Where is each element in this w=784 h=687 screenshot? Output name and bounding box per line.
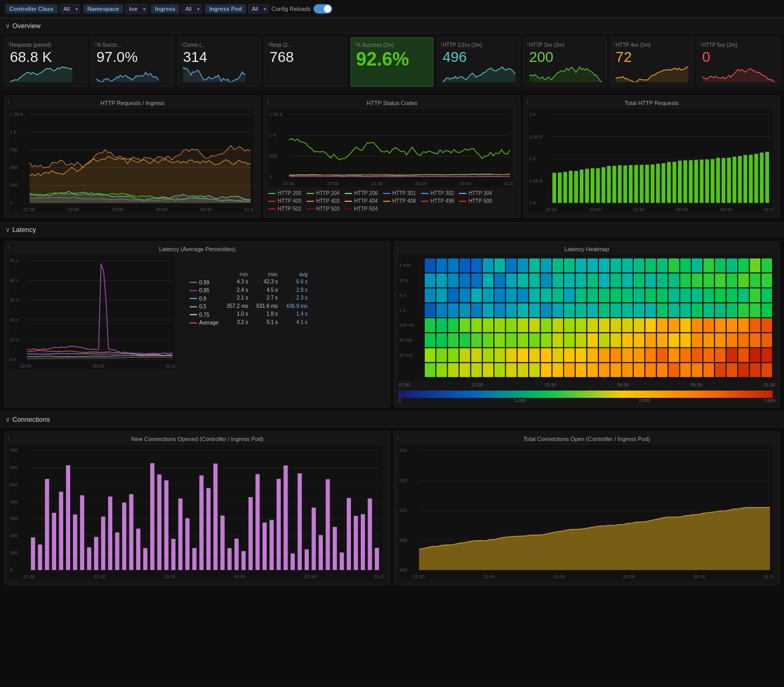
- latency-col-avg: avg: [282, 271, 311, 278]
- latency-row-0.5: 0.5 357.2 ms 631.6 ms 436.9 ms: [186, 302, 312, 310]
- stat-card-title-6: HTTP 3xx (2m): [529, 42, 601, 48]
- stat-info-icon-8: i: [700, 41, 701, 47]
- legend-item-http204: HTTP 204: [307, 190, 339, 196]
- legend-item-http200: HTTP 200: [268, 190, 301, 196]
- http-requests-ingress-title: HTTP Requests / Ingress: [9, 100, 256, 106]
- stat-card-value-1: 97.0%: [96, 50, 168, 64]
- legend-item-http403: HTTP 403: [307, 198, 339, 204]
- stat-card-http5xx: i HTTP 5xx (2m) 0: [697, 37, 780, 87]
- ingress-select-wrap: All: [181, 4, 202, 14]
- latency-chart: [9, 255, 175, 370]
- ingress-pod-label: Ingress Pod: [205, 4, 246, 14]
- latency-table: min max avg 0.99 4.3 s 42.3 s 6.6 s 0.95…: [186, 271, 312, 326]
- legend-item-http404: HTTP 404: [345, 198, 377, 204]
- connections-charts-grid: i New Connections Opened (Controller / I…: [0, 427, 784, 589]
- sparkline-5: [442, 67, 515, 82]
- stat-card-reqs: i Reqs (2... 768: [264, 37, 347, 87]
- stat-card-value-6: 200: [529, 50, 601, 64]
- new-connections-chart: [9, 445, 383, 580]
- latency-row-0.75: 0.75 1.0 s 1.8 s 1.4 s: [186, 310, 312, 318]
- chart-info-latency: i: [8, 245, 9, 251]
- legend-item-http206: HTTP 206: [345, 190, 377, 196]
- controller-class-select-wrap: All: [60, 4, 80, 14]
- latency-row-0.99: 0.99 4.3 s 42.3 s 6.6 s: [186, 278, 312, 286]
- stat-card-conns: i Conns (... 314: [177, 37, 260, 87]
- total-connections-chart: [398, 445, 773, 580]
- heatmap-colorbar-container: 01,0002,0002,869: [398, 391, 775, 403]
- stat-card-value-3: 768: [269, 50, 341, 64]
- legend-item-http301: HTTP 301: [383, 190, 416, 196]
- latency-col-max: max: [252, 271, 282, 278]
- config-reloads-label: Config Reloads: [271, 6, 310, 12]
- latency-percentiles-title: Latency (Average Percentiles): [9, 246, 386, 252]
- connections-section-header[interactable]: Connections: [0, 412, 784, 427]
- legend-item-http500: HTTP 500: [459, 198, 492, 204]
- legend-item-http502: HTTP 502: [268, 206, 301, 212]
- stat-card-http12xx: i HTTP 1/2xx (2m) 496: [437, 37, 520, 87]
- stat-card-title-8: HTTP 5xx (2m): [702, 42, 774, 48]
- latency-row-0.95: 0.95 2.4 s 4.5 s 2.8 s: [186, 286, 312, 294]
- stat-card-requests-period: i Requests (period) 68.8 K: [4, 37, 87, 87]
- chart-info-icon-2: i: [527, 99, 528, 105]
- chart-info-new-conns: i: [8, 435, 9, 440]
- chart-info-heatmap: i: [397, 245, 398, 251]
- ingress-label: Ingress: [151, 4, 179, 14]
- controller-class-label: Controller Class: [5, 4, 58, 14]
- stat-info-icon-7: i: [613, 41, 615, 47]
- latency-charts-grid: i Latency (Average Percentiles) min max …: [0, 237, 784, 412]
- latency-col-min: min: [223, 271, 252, 278]
- latency-heatmap-panel: i Latency Heatmap 22:3023:0023:3000:0000…: [394, 241, 780, 408]
- overview-section-header[interactable]: Overview: [0, 18, 784, 33]
- total-connections-title: Total Connections Open (Controller / Ing…: [398, 436, 775, 442]
- stat-info-icon: i: [8, 41, 9, 47]
- http-status-codes-chart: [268, 109, 513, 187]
- sparkline-8: [702, 67, 775, 82]
- stat-info-icon-1: i: [94, 41, 95, 47]
- top-bar: Controller Class All Namespace live Ingr…: [0, 0, 784, 18]
- stat-cards-row: i Requests (period) 68.8 K i % Succe... …: [0, 33, 784, 91]
- stat-card-value-8: 0: [702, 50, 774, 64]
- new-connections-title: New Connections Opened (Controller / Ing…: [9, 436, 386, 442]
- stat-info-icon-5: i: [440, 41, 441, 47]
- legend-item-http503: HTTP 503: [307, 206, 339, 212]
- http-status-codes-panel: i HTTP Status Codes HTTP 200HTTP 204HTTP…: [264, 95, 520, 218]
- sparkline-6: [529, 67, 602, 82]
- stat-info-icon-6: i: [527, 41, 528, 47]
- stat-card-title-1: % Succe...: [96, 42, 168, 48]
- latency-percentiles-panel: i Latency (Average Percentiles) min max …: [4, 241, 390, 408]
- config-reloads-toggle[interactable]: [313, 4, 332, 14]
- http-requests-ingress-chart: [9, 109, 253, 213]
- ingress-pod-select[interactable]: All: [248, 4, 268, 14]
- namespace-filter: Namespace live: [83, 4, 148, 14]
- latency-col-label: [186, 271, 223, 278]
- http-status-codes-title: HTTP Status Codes: [268, 100, 515, 106]
- total-connections-panel: i Total Connections Open (Controller / I…: [394, 431, 780, 585]
- heatmap-x-labels: 22:3023:0023:3000:0000:3001:00: [398, 382, 775, 387]
- overview-charts-grid: i HTTP Requests / Ingress i HTTP Status …: [0, 91, 784, 222]
- controller-class-filter: Controller Class All: [5, 4, 80, 14]
- heatmap-colorbar-labels: 01,0002,0002,869: [398, 398, 775, 403]
- chart-info-icon-1: i: [267, 99, 268, 105]
- controller-class-select[interactable]: All: [60, 4, 80, 14]
- stat-card-value-5: 496: [442, 50, 514, 64]
- stat-info-icon-3: i: [267, 41, 268, 47]
- namespace-select-wrap: live: [125, 4, 148, 14]
- http-status-legend: HTTP 200HTTP 204HTTP 206HTTP 301HTTP 302…: [268, 190, 515, 212]
- latency-row-Average: Average 3.2 s 5.1 s 4.1 s: [186, 318, 312, 327]
- legend-item-http504: HTTP 504: [345, 206, 377, 212]
- namespace-label: Namespace: [83, 4, 123, 14]
- chart-info-total-conns: i: [397, 435, 398, 440]
- stat-card-value-7: 72: [616, 50, 687, 64]
- stat-card-title-3: Reqs (2...: [269, 42, 341, 48]
- new-connections-panel: i New Connections Opened (Controller / I…: [4, 431, 390, 585]
- namespace-select[interactable]: live: [125, 4, 148, 14]
- legend-item-http408: HTTP 408: [383, 198, 416, 204]
- ingress-select[interactable]: All: [181, 4, 202, 14]
- legend-item-http400: HTTP 400: [268, 198, 301, 204]
- heatmap-colorbar: [398, 391, 773, 398]
- stat-info-icon-2: i: [181, 41, 182, 47]
- stat-card-pct-success-2m: i % Success (2m) 92.6%: [350, 37, 434, 87]
- latency-section-header[interactable]: Latency: [0, 222, 784, 237]
- stat-card-title-0: Requests (period): [10, 42, 82, 48]
- stat-card-value-2: 314: [183, 50, 255, 64]
